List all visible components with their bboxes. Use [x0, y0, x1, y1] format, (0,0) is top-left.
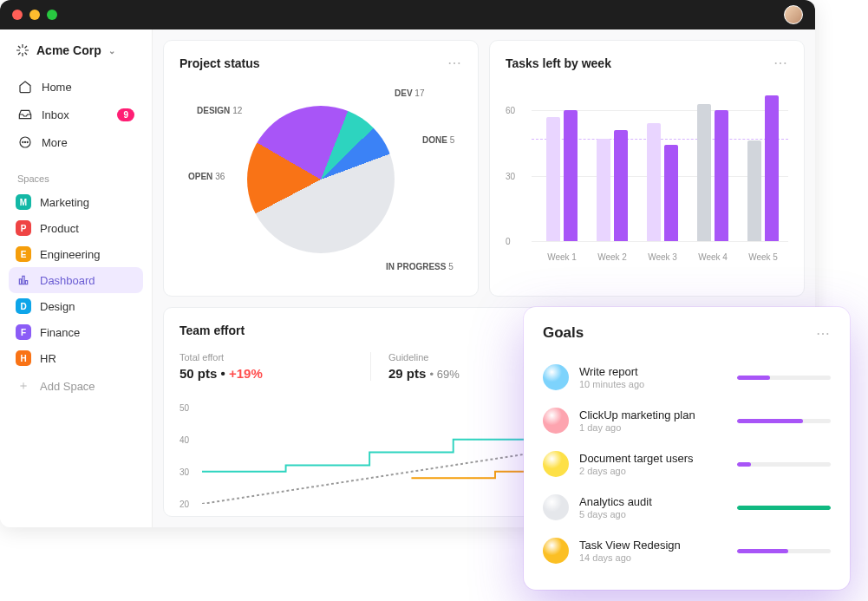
sidebar: Acme Corp ⌄ Home Inbox 9 More Spaces: [0, 29, 153, 527]
bar-chart: 03060 Week 1Week 2Week 3Week 4Week 5: [506, 80, 788, 262]
goal-row[interactable]: Task View Redesign14 days ago: [543, 529, 831, 572]
maximize-dot[interactable]: [47, 10, 57, 20]
svg-rect-12: [19, 279, 21, 284]
goal-name: ClickUp marketing plan: [579, 408, 727, 421]
goal-avatar: [543, 538, 569, 564]
y-tick: 30: [179, 467, 189, 476]
close-dot[interactable]: [12, 10, 23, 20]
goal-avatar: [543, 451, 569, 477]
bar-group: [591, 130, 634, 241]
goal-name: Write report: [579, 365, 727, 378]
minimize-dot[interactable]: [29, 10, 40, 20]
workspace-name: Acme Corp: [36, 43, 101, 57]
space-label: Marketing: [40, 196, 89, 209]
x-label: Week 3: [648, 252, 677, 262]
dashboard-label: Dashboard: [40, 274, 95, 287]
home-icon: [17, 79, 33, 95]
sidebar-space-item[interactable]: FFinance: [0, 319, 152, 345]
titlebar: [0, 0, 815, 29]
plus-icon: ＋: [16, 378, 31, 394]
card-title: Tasks left by week: [506, 56, 611, 70]
space-icon: E: [16, 246, 31, 262]
bar-group: [540, 110, 584, 241]
workspace-icon: [16, 43, 29, 57]
sidebar-space-item[interactable]: HHR: [0, 345, 152, 371]
y-tick: 30: [506, 171, 515, 180]
y-tick: 0: [506, 237, 511, 246]
goal-row[interactable]: ClickUp marketing plan1 day ago: [543, 399, 831, 442]
y-tick: 60: [506, 106, 515, 115]
stat-block: Total effort50 pts • +19%: [179, 352, 370, 381]
bar-group: [691, 104, 734, 241]
pie-label: DEV 17: [395, 88, 424, 98]
bar-group: [741, 95, 785, 241]
x-label: Week 4: [698, 252, 728, 262]
goal-row[interactable]: Analytics audit5 days ago: [543, 486, 831, 529]
card-title: Project status: [179, 56, 260, 70]
add-space-button[interactable]: ＋ Add Space: [0, 371, 152, 401]
pie-label: DONE 5: [422, 135, 454, 145]
add-space-label: Add Space: [40, 380, 95, 393]
goal-time: 10 minutes ago: [579, 379, 727, 389]
nav-inbox[interactable]: Inbox 9: [9, 101, 143, 128]
chevron-down-icon: ⌄: [108, 46, 115, 56]
svg-rect-13: [23, 276, 24, 284]
card-menu[interactable]: ⋯: [447, 55, 462, 71]
goal-avatar: [543, 494, 569, 520]
pie-chart: [247, 106, 395, 253]
goals-menu[interactable]: ⋯: [816, 325, 831, 342]
x-label: Week 5: [748, 252, 778, 262]
sidebar-space-item[interactable]: MMarketing: [0, 189, 152, 215]
nav-home-label: Home: [42, 81, 72, 94]
pie-label: DESIGN 12: [197, 106, 242, 115]
project-status-card: Project status ⋯ DEV 17DONE 5IN PROGRESS…: [163, 40, 479, 297]
card-menu[interactable]: ⋯: [773, 55, 788, 71]
svg-point-10: [24, 141, 25, 142]
sidebar-dashboard[interactable]: Dashboard: [9, 267, 143, 293]
pie-label: IN PROGRESS 5: [386, 262, 454, 271]
nav-home[interactable]: Home: [9, 73, 143, 101]
svg-line-5: [25, 53, 28, 56]
workspace-switcher[interactable]: Acme Corp ⌄: [0, 42, 152, 69]
stat-value: 50 pts • +19%: [179, 366, 353, 381]
goal-time: 2 days ago: [579, 466, 727, 476]
space-icon: P: [16, 220, 31, 236]
nav-inbox-label: Inbox: [42, 108, 69, 121]
space-icon: D: [16, 298, 31, 314]
space-label: Engineering: [40, 248, 100, 261]
goal-progress: [737, 549, 831, 553]
dashboard-icon: [16, 272, 31, 288]
space-icon: M: [16, 194, 31, 210]
space-label: HR: [40, 352, 56, 365]
nav-more[interactable]: More: [9, 128, 143, 156]
stat-label: Total effort: [179, 352, 353, 363]
goal-progress: [737, 419, 831, 423]
goal-time: 5 days ago: [579, 509, 727, 519]
goal-name: Task View Redesign: [579, 539, 727, 552]
user-avatar[interactable]: [784, 5, 803, 24]
goal-row[interactable]: Document target users2 days ago: [543, 442, 831, 486]
inbox-badge: 9: [117, 108, 134, 121]
svg-point-11: [27, 141, 28, 142]
spaces-label: Spaces: [0, 160, 152, 189]
goal-time: 14 days ago: [579, 552, 727, 563]
svg-point-9: [23, 141, 23, 142]
goal-progress: [737, 376, 831, 380]
y-tick: 40: [179, 434, 189, 444]
goals-title: Goals: [543, 324, 584, 342]
sidebar-space-item[interactable]: PProduct: [0, 215, 152, 241]
space-icon: F: [16, 324, 31, 340]
card-title: Team effort: [179, 323, 245, 337]
goal-progress: [737, 462, 831, 467]
sidebar-space-item[interactable]: DDesign: [0, 293, 152, 319]
goal-progress: [737, 506, 831, 510]
svg-line-7: [25, 46, 28, 49]
svg-rect-14: [25, 281, 27, 284]
sidebar-space-item[interactable]: EEngineering: [0, 241, 152, 267]
goal-row[interactable]: Write report10 minutes ago: [543, 356, 831, 399]
goal-time: 1 day ago: [579, 422, 727, 433]
y-tick: 20: [179, 500, 189, 509]
bar-group: [641, 123, 684, 241]
y-tick: 50: [179, 402, 189, 412]
svg-line-6: [18, 53, 21, 56]
